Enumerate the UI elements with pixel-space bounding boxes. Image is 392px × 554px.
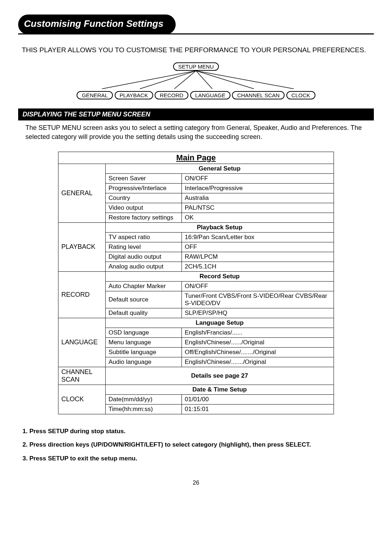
instruction-line: 1. Press SETUP during stop status. [23,424,369,438]
setting-name: Audio language [106,357,182,367]
intro-text: THIS PLAYER ALLOWS YOU TO CUSTOMISE THE … [22,45,370,55]
setting-value: SLP/EP/SP/HQ [182,308,334,318]
setting-name: Analog audio output [106,262,182,271]
setting-name: Rating level [106,242,182,252]
setting-value: ON/OFF [182,281,334,291]
group-label: CHANNEL SCAN [58,367,106,385]
group-label: RECORD [58,271,106,318]
instructions: 1. Press SETUP during stop status. 2. Pr… [23,424,369,465]
setting-name: Time(hh:mm:ss) [106,404,182,414]
setting-value: Off/English/Chinese/......./Original [182,347,334,357]
setting-value: RAW/LPCM [182,252,334,262]
setting-value: Australia [182,193,334,203]
setting-name: Default quality [106,308,182,318]
diagram-child: GENERAL [77,91,113,99]
setting-name: Auto Chapter Marker [106,281,182,291]
title-bar: Customising Function Settings [18,15,374,34]
diagram-child: PLAYBACK [115,91,153,99]
diagram-child: LANGUAGE [190,91,230,99]
group-label: LANGUAGE [58,318,106,367]
group-header: Language Setup [106,318,334,328]
instruction-line: 2. Press direction keys (UP/DOWN/RIGHT/L… [23,438,369,451]
diagram-lines-icon [83,71,309,89]
menu-diagram: SETUP MENU GENERAL PLAYBACK RECORD LANGU… [18,62,374,99]
instruction-line: 3. Press SETUP to exit the setup menu. [23,452,369,465]
setting-name: OSD language [106,328,182,337]
group-header: Date & Time Setup [106,385,334,394]
setting-name: Menu language [106,337,182,347]
page-title: Customising Function Settings [18,15,176,34]
setting-value: OFF [182,242,334,252]
group-header: Details see page 27 [106,367,334,385]
setting-value: Tuner/Front CVBS/Front S-VIDEO/Rear CVBS… [182,291,334,308]
group-label: CLOCK [58,385,106,414]
setting-value: 16:9/Pan Scan/Letter box [182,232,334,242]
svg-line-2 [174,71,196,89]
setting-name: Date(mm/dd/yy) [106,394,182,404]
setting-value: 01/01/00 [182,394,334,404]
diagram-child: CHANNEL SCAN [232,91,285,99]
group-header: Record Setup [106,271,334,281]
settings-table: Main Page GENERALGeneral SetupScreen Sav… [58,152,334,414]
setting-name: Screen Saver [106,173,182,183]
setting-name: Digital audio output [106,252,182,262]
setting-value: English/Chinese/......./Original [182,357,334,367]
group-label: GENERAL [58,164,106,222]
setting-name: Progressive/Interlace [106,183,182,193]
section-text: The SETUP MENU screen asks you to select… [25,123,367,141]
setting-name: Video output [106,203,182,213]
diagram-root: SETUP MENU [173,62,219,71]
setting-value: English/Chinese/....../Original [182,337,334,347]
table-main-title: Main Page [58,152,334,164]
section-heading: DISPLAYING THE SETUP MENU SCREEN [18,108,374,120]
group-header: Playback Setup [106,222,334,232]
setting-value: Interlace/Progressive [182,183,334,193]
setting-value: ON/OFF [182,173,334,183]
diagram-child: CLOCK [286,91,315,99]
setting-value: PAL/NTSC [182,203,334,213]
setting-value: English/Francias/...... [182,328,334,337]
page-number: 26 [18,480,374,486]
group-label: PLAYBACK [58,222,106,271]
group-header: General Setup [106,164,334,173]
setting-name: Subtitle language [106,347,182,357]
setting-name: Restore factory settings [106,213,182,222]
diagram-child: RECORD [155,91,188,99]
setting-value: 2CH/5.1CH [182,262,334,271]
setting-name: Default source [106,291,182,308]
setting-name: TV aspect ratio [106,232,182,242]
setting-name: Country [106,193,182,203]
setting-value: OK [182,213,334,222]
setting-value: 01:15:01 [182,404,334,414]
